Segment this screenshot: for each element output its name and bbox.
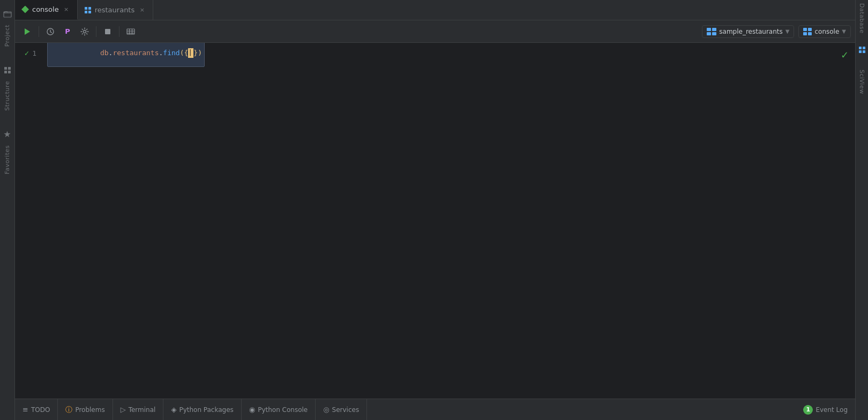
tab-console-label: console bbox=[32, 5, 59, 13]
syn-close-brace: } bbox=[193, 49, 198, 57]
todo-tab[interactable]: ≡ TODO bbox=[15, 399, 58, 420]
syn-find: find bbox=[163, 49, 179, 57]
terminal-icon: ▷ bbox=[121, 406, 126, 414]
svg-rect-5 bbox=[85, 7, 87, 10]
favorites-sidebar-label[interactable]: Favorites bbox=[4, 142, 11, 177]
line-number-1: ✓ 1 bbox=[15, 47, 41, 59]
svg-rect-8 bbox=[88, 11, 91, 13]
bottom-right: 1 Event Log bbox=[796, 399, 855, 420]
code-line-1: db.restaurants.find({|}) bbox=[41, 47, 855, 59]
svg-rect-21 bbox=[712, 32, 716, 35]
syn-db: db bbox=[100, 49, 109, 57]
svg-rect-27 bbox=[863, 47, 865, 49]
grid-tab-icon bbox=[84, 6, 92, 14]
line-check-1: ✓ bbox=[25, 49, 29, 57]
tab-bar: console × restaurants × bbox=[15, 0, 855, 20]
toolbar: P bbox=[15, 20, 855, 43]
sciview-sidebar-label[interactable]: SciView bbox=[858, 66, 865, 98]
toolbar-sep-3 bbox=[119, 26, 119, 37]
python-packages-tab[interactable]: ◈ Python Packages bbox=[163, 399, 241, 420]
svg-rect-2 bbox=[8, 67, 11, 70]
svg-point-11 bbox=[84, 30, 86, 33]
db-selector-chevron: ▼ bbox=[785, 28, 790, 34]
svg-rect-23 bbox=[803, 32, 807, 35]
right-sidebar: Database SciView bbox=[855, 0, 868, 420]
line-numbers: ✓ 1 bbox=[15, 43, 41, 399]
db-selector-label: sample_restaurants bbox=[719, 28, 782, 35]
tab-restaurants-close[interactable]: × bbox=[138, 6, 146, 14]
favorites-icon[interactable]: ★ bbox=[0, 127, 15, 142]
profile-icon: P bbox=[65, 27, 70, 35]
terminal-label: Terminal bbox=[129, 406, 156, 414]
svg-rect-26 bbox=[859, 47, 862, 49]
settings-button[interactable] bbox=[77, 24, 93, 40]
code-highlighted-block: db.restaurants.find({|}) bbox=[47, 43, 205, 67]
connection-selector-chevron: ▼ bbox=[842, 28, 846, 34]
problems-label: Problems bbox=[75, 406, 104, 414]
python-packages-icon: ◈ bbox=[171, 406, 176, 414]
todo-label: TODO bbox=[31, 406, 50, 414]
editor-right-check: ✓ bbox=[841, 49, 849, 61]
database-sidebar-icon bbox=[858, 46, 866, 54]
problems-tab[interactable]: ⓘ Problems bbox=[58, 399, 113, 420]
terminal-tab[interactable]: ▷ Terminal bbox=[113, 399, 164, 420]
line-num-1: 1 bbox=[32, 49, 36, 57]
event-log-badge: 1 bbox=[803, 405, 813, 415]
syn-collection: restaurants bbox=[113, 49, 159, 57]
structure-icon[interactable] bbox=[0, 63, 15, 78]
event-log-label: Event Log bbox=[815, 406, 848, 414]
bottom-bar: ≡ TODO ⓘ Problems ▷ Terminal ◈ Python Pa… bbox=[15, 399, 855, 420]
problems-icon: ⓘ bbox=[65, 405, 72, 415]
history-button[interactable] bbox=[42, 24, 58, 40]
profile-button[interactable]: P bbox=[59, 24, 76, 40]
tab-console-close[interactable]: × bbox=[62, 5, 71, 14]
event-log-button[interactable]: 1 Event Log bbox=[796, 405, 855, 415]
database-sidebar-label[interactable]: Database bbox=[858, 0, 865, 37]
main-area: console × restaurants × bbox=[15, 0, 855, 420]
svg-rect-6 bbox=[88, 7, 91, 10]
svg-rect-29 bbox=[863, 50, 865, 53]
todo-icon: ≡ bbox=[23, 406, 28, 414]
tab-restaurants-label: restaurants bbox=[95, 6, 135, 14]
svg-rect-25 bbox=[808, 32, 812, 35]
left-sidebar: Project Structure ★ Favorites bbox=[0, 0, 15, 420]
table-button[interactable] bbox=[123, 24, 139, 40]
svg-rect-1 bbox=[4, 67, 7, 70]
services-tab[interactable]: ◎ Services bbox=[316, 399, 367, 420]
code-editor[interactable]: db.restaurants.find({|}) bbox=[41, 43, 855, 399]
tab-console[interactable]: console × bbox=[15, 0, 78, 20]
svg-rect-4 bbox=[8, 71, 11, 73]
svg-rect-3 bbox=[4, 71, 7, 73]
python-console-label: Python Console bbox=[258, 406, 308, 414]
svg-rect-20 bbox=[707, 32, 711, 35]
svg-rect-28 bbox=[859, 50, 862, 53]
toolbar-sep-2 bbox=[96, 26, 96, 37]
python-console-tab[interactable]: ◉ Python Console bbox=[242, 399, 316, 420]
cursor: | bbox=[188, 48, 193, 58]
editor-area[interactable]: ✓ 1 db.restaurants.find({|}) ✓ bbox=[15, 43, 855, 399]
toolbar-sep-1 bbox=[39, 26, 39, 37]
connection-selector[interactable]: console ▼ bbox=[798, 25, 851, 38]
services-icon: ◎ bbox=[323, 406, 329, 414]
svg-rect-19 bbox=[712, 28, 716, 31]
stop-button[interactable] bbox=[100, 24, 116, 40]
project-sidebar-label[interactable]: Project bbox=[4, 21, 11, 50]
svg-marker-9 bbox=[25, 28, 30, 35]
left-sidebar-folder-icon[interactable] bbox=[0, 6, 15, 21]
tab-restaurants[interactable]: restaurants × bbox=[78, 0, 154, 20]
structure-sidebar-label[interactable]: Structure bbox=[4, 78, 11, 114]
mongo-icon bbox=[21, 6, 29, 13]
syn-open-brace: { bbox=[184, 49, 188, 57]
run-button[interactable] bbox=[19, 24, 35, 40]
svg-rect-18 bbox=[707, 28, 711, 31]
python-packages-label: Python Packages bbox=[179, 406, 233, 414]
svg-rect-7 bbox=[85, 11, 87, 13]
syn-close-paren: ) bbox=[198, 49, 202, 57]
python-console-icon: ◉ bbox=[249, 406, 255, 414]
db-selector[interactable]: sample_restaurants ▼ bbox=[702, 25, 794, 38]
svg-rect-22 bbox=[803, 28, 807, 31]
svg-rect-12 bbox=[105, 29, 110, 34]
connection-selector-label: console bbox=[814, 28, 839, 35]
svg-rect-24 bbox=[808, 28, 812, 31]
services-label: Services bbox=[332, 406, 360, 414]
